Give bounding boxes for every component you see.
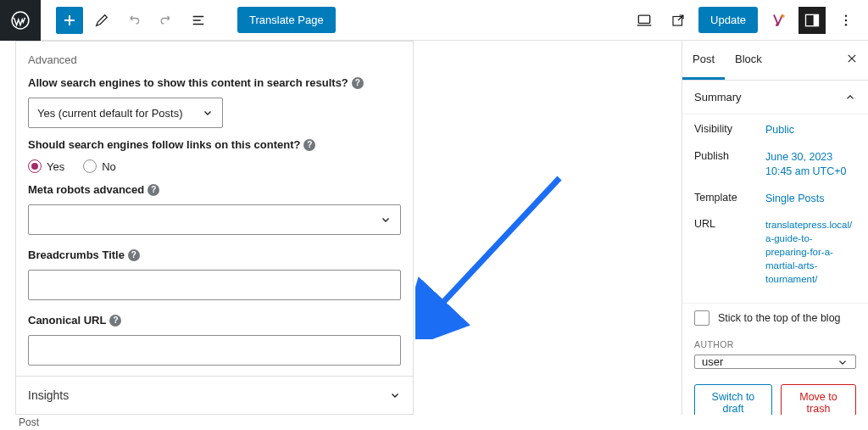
url-key: URL [694,218,765,230]
add-block-button[interactable] [56,7,83,34]
wordpress-logo[interactable] [0,0,41,41]
svg-point-3 [782,14,785,18]
svg-point-8 [845,24,847,25]
svg-rect-5 [814,14,819,25]
stick-to-top-row: Stick to the top of the blog [682,304,868,336]
list-icon [191,13,206,28]
settings-sidebar: Post Block Summary Visibility Public Pub… [682,41,868,415]
publish-key: Publish [694,150,765,162]
template-key: Template [694,192,765,204]
laptop-icon [636,12,653,29]
publish-value[interactable]: June 30, 2023 10:45 am UTC+0 [765,150,856,180]
radio-yes-label: Yes [47,160,64,173]
svg-point-7 [845,19,847,20]
breadcrumb-text: Post [19,416,39,428]
summary-section-toggle[interactable]: Summary [682,81,868,114]
stick-to-top-label: Stick to the top of the blog [718,312,841,324]
footer-breadcrumb: Post [0,415,868,430]
sidebar-icon [804,12,821,29]
update-button[interactable]: Update [698,7,758,33]
chevron-down-icon [837,356,849,368]
author-value: user [702,355,723,368]
tab-block[interactable]: Block [725,41,772,80]
chevron-up-icon [844,92,856,103]
url-value[interactable]: translatepress.local/a-guide-to-preparin… [765,218,856,286]
sidebar-close-button[interactable] [836,41,868,80]
visibility-value[interactable]: Public [765,123,856,138]
undo-button[interactable] [120,7,147,34]
allow-search-value: Yes (current default for Posts) [37,107,183,120]
toolbar-left: Translate Page [41,7,336,34]
author-heading: AUTHOR [682,336,868,355]
breadcrumbs-title-input[interactable] [28,270,401,300]
meta-robots-select[interactable] [28,204,401,235]
chevron-down-icon [389,389,401,401]
settings-sidebar-button[interactable] [798,7,826,34]
radio-no-label: No [102,160,116,173]
kebab-icon [838,13,854,28]
preview-external-button[interactable] [665,7,692,34]
help-icon[interactable]: ? [147,184,159,196]
options-menu-button[interactable] [832,7,860,34]
editor-canvas: Advanced Allow search engines to show th… [0,41,682,415]
insights-section-toggle[interactable]: Insights [16,376,413,414]
wordpress-icon [11,11,30,30]
close-icon [846,53,858,64]
insights-label: Insights [28,388,69,402]
yoast-sidebar-button[interactable] [765,7,792,34]
svg-rect-1 [638,15,649,23]
author-select[interactable]: user [694,355,856,369]
summary-body: Visibility Public Publish June 30, 2023 … [682,114,868,304]
translate-page-button[interactable]: Translate Page [237,7,336,33]
breadcrumbs-title-label: Breadcrumbs Title ? [28,249,401,261]
help-icon[interactable]: ? [109,315,121,327]
help-icon[interactable]: ? [352,77,364,89]
canonical-url-label: Canonical URL ? [28,314,401,327]
chevron-down-icon [380,214,392,226]
help-icon[interactable]: ? [128,249,140,261]
redo-icon [159,13,174,28]
follow-links-yes-radio[interactable]: Yes [28,159,64,173]
allow-search-select[interactable]: Yes (current default for Posts) [28,98,223,128]
template-value[interactable]: Single Posts [765,192,856,207]
follow-links-no-radio[interactable]: No [83,159,116,173]
visibility-key: Visibility [694,123,765,135]
external-link-icon [670,13,686,28]
document-overview-button[interactable] [185,7,212,34]
plus-icon [61,12,78,29]
redo-button[interactable] [153,7,180,34]
top-toolbar: Translate Page Update [0,0,868,41]
view-desktop-button[interactable] [631,7,658,34]
pencil-icon [94,13,109,28]
stick-to-top-checkbox[interactable] [694,310,709,326]
advanced-section-header: Advanced [28,52,401,66]
yoast-icon [770,12,787,29]
yoast-seo-panel: Advanced Allow search engines to show th… [15,41,414,415]
help-icon[interactable]: ? [303,139,315,151]
sidebar-tabs: Post Block [682,41,868,81]
tab-post[interactable]: Post [682,41,725,80]
chevron-down-icon [202,107,214,119]
toolbar-right: Update [631,7,868,34]
meta-robots-label: Meta robots advanced ? [28,183,401,196]
canonical-url-input[interactable] [28,335,401,366]
follow-links-label: Should search engines follow links on th… [28,138,401,151]
undo-icon [126,13,142,28]
svg-point-6 [845,14,847,16]
summary-label: Summary [694,91,742,103]
edit-tool-button[interactable] [88,7,115,34]
allow-search-label: Allow search engines to show this conten… [28,76,401,89]
